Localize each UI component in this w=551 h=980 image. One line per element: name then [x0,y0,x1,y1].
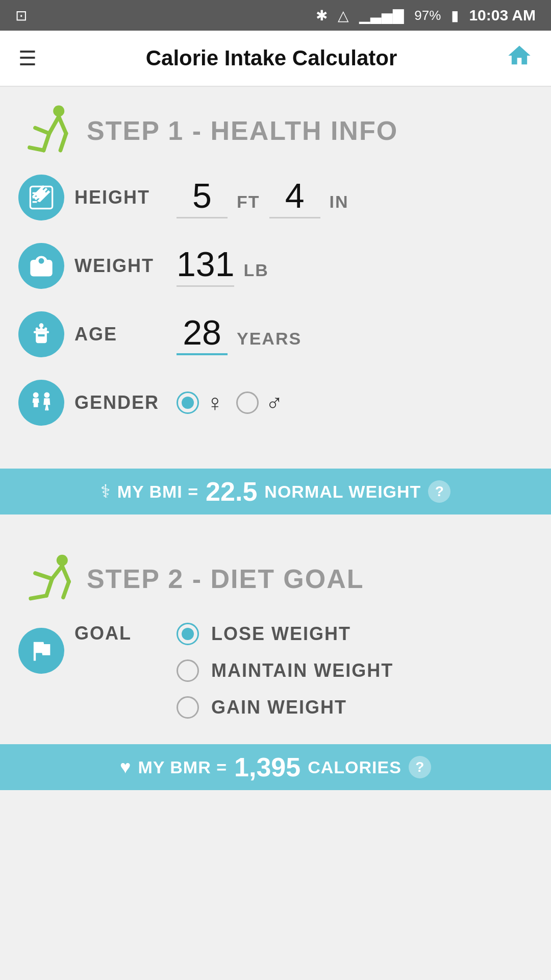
birthday-icon [28,321,55,348]
bmi-value: 22.5 [206,476,257,507]
age-icon-circle [18,311,64,357]
goal-lose-weight[interactable]: LOSE WEIGHT [177,623,533,645]
goal-lose-weight-label: LOSE WEIGHT [211,623,351,645]
gender-male-radio[interactable] [236,391,259,414]
step2-header: STEP 2 - DIET GOAL [18,553,533,604]
svg-line-25 [62,566,69,582]
svg-point-17 [44,392,49,398]
svg-line-2 [35,128,49,134]
weight-input-group: 131 LB [177,245,533,287]
svg-line-6 [61,134,66,151]
step2-figure-icon [18,553,74,604]
step1-header: STEP 1 - HEALTH INFO [18,105,533,156]
gender-icon [28,389,55,416]
gender-female-radio[interactable] [177,391,199,414]
age-value[interactable]: 28 [177,313,228,356]
bmr-banner: ♥ MY BMR = 1,395 CALORIES ? [0,744,551,790]
svg-line-5 [59,117,66,134]
height-input-group: 5 FT 4 IN [177,177,533,218]
status-bar-left-icon: ⊡ [15,7,27,24]
bmi-prefix: MY BMI = [117,482,198,502]
bmr-prefix: MY BMR = [138,757,227,777]
status-time: 10:03 AM [469,7,536,24]
gender-icon-circle [18,380,64,426]
gender-label: GENDER [74,392,166,413]
height-in-value[interactable]: 4 [269,177,320,218]
svg-point-14 [40,328,42,330]
step1-title: STEP 1 - HEALTH INFO [87,115,398,146]
age-unit: YEARS [237,329,302,349]
goal-label: GOAL [74,623,166,644]
goal-icon-circle [18,628,64,674]
gender-options: ♀ ♂ [177,389,533,416]
gender-female-option[interactable]: ♀ [177,389,224,416]
bluetooth-icon: ✱ [316,7,328,24]
stethoscope-icon: ⚕ [101,481,110,502]
step2-title: STEP 2 - DIET GOAL [87,564,364,594]
svg-point-13 [36,328,38,330]
goal-gain-weight-label: GAIN WEIGHT [211,697,347,718]
gender-male-option[interactable]: ♂ [236,389,284,416]
screenshot-icon: ⊡ [15,8,27,23]
svg-point-11 [40,259,43,263]
bmr-unit: CALORIES [308,757,402,777]
svg-line-26 [63,582,69,598]
battery-icon: ▮ [451,7,459,24]
weight-value[interactable]: 131 [177,245,234,287]
menu-icon[interactable]: ☰ [18,48,37,68]
bmi-status: NORMAL WEIGHT [264,482,421,502]
goal-gain-weight-radio[interactable] [177,696,199,719]
ruler-icon [28,184,55,211]
svg-line-22 [35,573,52,579]
wifi-icon: △ [338,7,349,24]
height-ft-value[interactable]: 5 [177,177,228,218]
svg-point-15 [44,328,47,330]
gender-female-radio-inner [182,397,194,409]
weight-unit: LB [243,260,268,280]
svg-line-23 [46,579,52,596]
flag-icon [28,638,55,664]
height-row: HEIGHT 5 FT 4 IN [18,175,533,220]
svg-rect-12 [34,331,49,333]
goal-row: GOAL LOSE WEIGHT MAINTAIN WEIGHT GAIN WE… [18,623,533,719]
svg-line-4 [30,148,44,151]
goal-gain-weight[interactable]: GAIN WEIGHT [177,696,533,719]
heartbeat-icon: ♥ [120,756,131,778]
svg-line-1 [49,117,59,134]
goal-lose-weight-radio[interactable] [177,623,199,645]
bmi-help-button[interactable]: ? [428,480,450,503]
svg-line-3 [44,134,49,151]
battery-percent: 97% [414,8,441,23]
goal-maintain-weight-radio[interactable] [177,659,199,682]
bmr-value: 1,395 [234,752,300,782]
status-bar: ⊡ ✱ △ ▁▃▅▇ 97% ▮ 10:03 AM [0,0,551,31]
height-label: HEIGHT [74,187,166,208]
goal-options: LOSE WEIGHT MAINTAIN WEIGHT GAIN WEIGHT [177,623,533,719]
goal-maintain-weight[interactable]: MAINTAIN WEIGHT [177,659,533,682]
step1-section: STEP 1 - HEALTH INFO HEIGHT 5 FT 4 IN [0,87,551,463]
bmi-banner: ⚕ MY BMI = 22.5 NORMAL WEIGHT ? [0,469,551,514]
svg-line-24 [31,596,46,599]
goal-maintain-weight-label: MAINTAIN WEIGHT [211,660,393,681]
app-title: Calorie Intake Calculator [37,46,506,70]
weight-icon-circle [18,243,64,289]
svg-line-21 [52,566,62,579]
scale-icon [28,253,55,279]
age-label: AGE [74,324,166,345]
male-figure-icon: ♂ [266,389,284,416]
signal-icon: ▁▃▅▇ [359,7,404,24]
height-ft-unit: FT [237,192,260,212]
svg-line-19 [47,405,48,410]
gender-row: GENDER ♀ ♂ [18,380,533,426]
age-input-group: 28 YEARS [177,313,533,356]
height-in-unit: IN [330,192,349,212]
svg-point-16 [33,392,39,398]
height-icon-circle [18,175,64,220]
female-figure-icon: ♀ [206,389,224,416]
bmr-help-button[interactable]: ? [409,756,431,778]
app-bar: ☰ Calorie Intake Calculator [0,31,551,87]
goal-lose-weight-radio-inner [182,628,194,640]
age-row: AGE 28 YEARS [18,311,533,357]
home-icon[interactable] [506,42,533,75]
section-gap [0,514,551,535]
